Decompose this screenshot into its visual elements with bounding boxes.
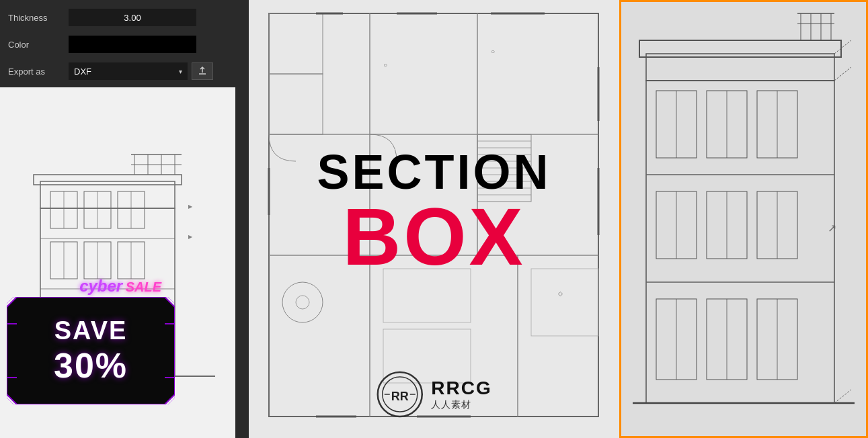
rrcg-logo-icon: RR: [376, 371, 423, 418]
rrcg-chinese-text: 人人素材: [431, 399, 491, 411]
upload-button[interactable]: [192, 62, 213, 80]
color-swatch[interactable]: [69, 36, 196, 53]
svg-text:RR: RR: [391, 390, 408, 403]
main-container: Thickness Color Export as DXF SVG PDF ▾: [0, 0, 868, 438]
ui-controls: Thickness Color Export as DXF SVG PDF ▾: [0, 0, 249, 91]
svg-text:▶: ▶: [188, 204, 193, 210]
rrcg-text-group: RRCG 人人素材: [431, 378, 491, 411]
rrcg-brand-text: RRCG: [431, 378, 491, 399]
svg-text:○: ○: [383, 61, 387, 69]
building-3d-svg: ↗: [619, 0, 868, 438]
sale-text: SALE: [126, 279, 161, 294]
section-box-overlay: SECTION BOX: [317, 148, 551, 277]
svg-text:▶: ▶: [188, 234, 193, 240]
svg-text:↗: ↗: [828, 222, 836, 234]
export-row: Export as DXF SVG PDF ▾: [8, 59, 241, 83]
thickness-row: Thickness: [8, 5, 241, 30]
svg-text:○: ○: [491, 48, 495, 55]
rrcg-logo: RR RRCG 人人素材: [376, 371, 491, 418]
cyber-sale-top: cyber SALE: [79, 277, 161, 296]
color-row: Color: [8, 32, 241, 56]
export-select[interactable]: DXF SVG PDF: [69, 62, 173, 80]
middle-panel: ○ ○ ◇ SECTION BOX RR RRCG 人人素材: [249, 0, 619, 438]
color-label: Color: [8, 40, 69, 50]
thickness-label: Thickness: [8, 13, 69, 23]
svg-text:◇: ◇: [558, 290, 563, 297]
thickness-input[interactable]: [69, 9, 196, 26]
save-percent-text: 30%: [54, 345, 128, 386]
box-label: BOX: [317, 196, 551, 277]
export-label: Export as: [8, 67, 69, 77]
cyber-sale-badge: SAVE 30% cyber SALE: [7, 297, 175, 404]
save-text-block: SAVE 30%: [54, 316, 128, 386]
section-label: SECTION: [317, 148, 551, 196]
save-label-text: SAVE: [54, 316, 128, 345]
dropdown-arrow-icon[interactable]: ▾: [173, 62, 188, 80]
cyber-text: cyber: [79, 277, 122, 295]
right-panel: ↗: [619, 0, 868, 438]
